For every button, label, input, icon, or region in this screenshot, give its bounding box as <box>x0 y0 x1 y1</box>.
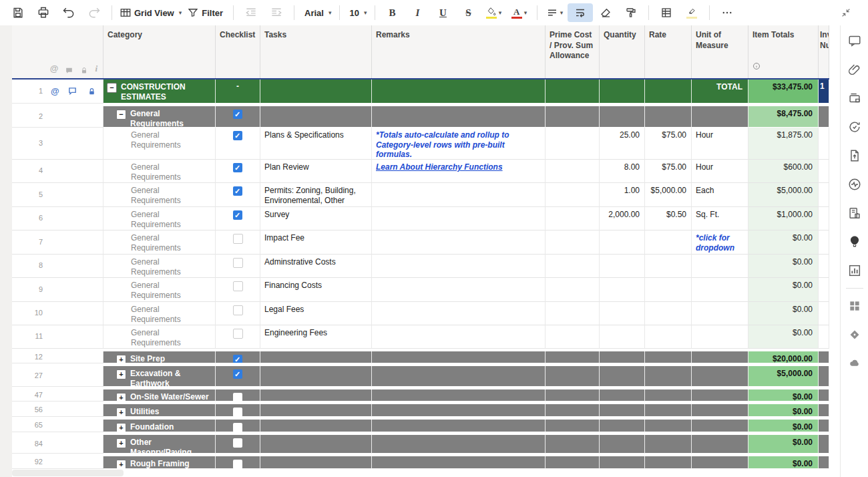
cell-unit-of-measure[interactable] <box>692 420 748 432</box>
cell-prime-cost[interactable] <box>546 456 600 469</box>
cell-tasks[interactable]: Engineering Fees <box>260 325 372 349</box>
cell-item-total[interactable]: $0.00 <box>748 255 819 278</box>
cell-rate[interactable]: $75.00 <box>645 128 692 160</box>
cell-quantity[interactable]: 1.00 <box>600 183 645 207</box>
cell-invoice-number[interactable] <box>819 389 829 402</box>
summary-button[interactable] <box>847 206 863 220</box>
font-color-button[interactable]: A ▾ <box>507 3 532 22</box>
cell-item-total[interactable]: $33,475.00 <box>748 80 819 104</box>
cell-invoice-number[interactable] <box>819 230 829 255</box>
cell-category[interactable]: General Requirements <box>103 278 216 302</box>
cell-checklist[interactable] <box>216 366 260 387</box>
cell-item-total[interactable]: $600.00 <box>748 160 819 183</box>
cell-rate[interactable]: $5,000.00 <box>645 183 692 207</box>
cell-rate[interactable] <box>645 456 692 469</box>
cell-remarks[interactable] <box>372 255 546 278</box>
row-number-cell[interactable]: 5 <box>12 183 103 207</box>
cell-quantity[interactable] <box>600 302 645 325</box>
cell-prime-cost[interactable] <box>546 404 600 417</box>
cell-remarks[interactable] <box>372 366 546 387</box>
cell-tasks[interactable] <box>260 351 372 363</box>
cell-item-total[interactable]: $0.00 <box>748 278 819 302</box>
cell-category[interactable]: Foundation <box>103 420 216 432</box>
cell-rate[interactable]: $0.50 <box>645 207 692 230</box>
cell-category[interactable]: General Requirements <box>103 183 216 207</box>
checkbox-checked[interactable] <box>233 163 242 172</box>
column-header-quantity[interactable]: Quantity <box>600 25 645 78</box>
cell-prime-cost[interactable] <box>546 302 600 325</box>
cell-quantity[interactable] <box>600 404 645 417</box>
undo-button[interactable] <box>56 3 81 22</box>
filter-button[interactable]: Filter <box>184 3 228 22</box>
cell-item-total[interactable]: $1,000.00 <box>748 207 819 230</box>
cell-unit-of-measure[interactable] <box>692 435 748 454</box>
cell-remarks[interactable] <box>372 325 546 349</box>
font-size-selector[interactable]: 10 ▾ <box>345 3 370 22</box>
cell-unit-of-measure[interactable]: Each <box>692 183 748 207</box>
cell-remarks[interactable] <box>372 456 546 469</box>
cell-prime-cost[interactable] <box>546 128 600 160</box>
cell-category[interactable]: Site Prep <box>103 351 216 363</box>
cell-invoice-number[interactable] <box>819 106 829 128</box>
cell-invoice-number[interactable] <box>819 302 829 325</box>
outdent-button[interactable] <box>238 3 264 22</box>
cell-remarks[interactable] <box>372 230 546 255</box>
cell-invoice-number[interactable]: 1 <box>819 80 829 104</box>
checkbox-unchecked[interactable] <box>233 438 242 448</box>
cell-rate[interactable] <box>645 255 692 278</box>
column-header-category[interactable]: Category <box>103 25 216 78</box>
cell-prime-cost[interactable] <box>546 207 600 230</box>
row-number-cell[interactable]: 3 <box>12 128 103 160</box>
cell-tasks[interactable] <box>260 420 372 432</box>
align-button[interactable]: ▾ <box>542 3 568 22</box>
cell-item-total[interactable]: $0.00 <box>748 435 819 454</box>
cell-prime-cost[interactable] <box>546 435 600 454</box>
cell-rate[interactable] <box>645 230 692 255</box>
cell-remarks[interactable] <box>372 80 546 104</box>
cell-remarks[interactable] <box>372 183 546 207</box>
collapse-toolbar-button[interactable] <box>833 3 859 22</box>
expand-icon[interactable] <box>116 355 126 363</box>
cell-category[interactable]: General Requirements <box>103 230 216 255</box>
column-header-prime-cost[interactable]: Prime Cost / Prov. Sum Allowance <box>546 25 600 78</box>
cell-quantity[interactable] <box>600 255 645 278</box>
checkbox-checked[interactable] <box>233 110 242 119</box>
cell-category[interactable]: Rough Framing <box>103 456 216 469</box>
cell-category[interactable]: Utilities <box>103 404 216 417</box>
cell-prime-cost[interactable] <box>546 278 600 302</box>
column-header-unit-of-measure[interactable]: Unit of Measure <box>692 25 748 78</box>
cell-item-total[interactable]: $0.00 <box>748 404 819 417</box>
merge-cells-button[interactable] <box>654 3 679 22</box>
cell-category[interactable]: General Requirements <box>103 106 216 128</box>
cell-prime-cost[interactable] <box>546 183 600 207</box>
column-header-tasks[interactable]: Tasks <box>260 25 372 78</box>
cell-category[interactable]: CONSTRUCTION ESTIMATES <box>103 80 216 104</box>
row-number-cell[interactable]: 6 <box>12 207 103 230</box>
cell-checklist[interactable] <box>216 255 260 278</box>
cell-checklist[interactable] <box>216 106 260 128</box>
checkbox-unchecked[interactable] <box>233 393 242 402</box>
horizontal-scrollbar-thumb[interactable] <box>12 470 124 476</box>
cell-category[interactable]: General Requirements <box>103 325 216 349</box>
cell-tasks[interactable] <box>260 106 372 128</box>
cell-quantity[interactable] <box>600 230 645 255</box>
cell-checklist[interactable] <box>216 302 260 325</box>
format-painter-button[interactable] <box>618 3 644 22</box>
cell-category[interactable]: General Requirements <box>103 302 216 325</box>
cell-invoice-number[interactable] <box>819 278 829 302</box>
info-icon[interactable] <box>752 62 814 73</box>
conversations-button[interactable] <box>847 33 863 48</box>
checkbox-checked[interactable] <box>233 355 242 363</box>
cell-tasks[interactable]: Legal Fees <box>260 302 372 325</box>
lock-column-icon[interactable] <box>80 66 88 75</box>
cell-rate[interactable] <box>645 278 692 302</box>
cell-unit-of-measure[interactable]: TOTAL <box>692 80 748 104</box>
cell-remarks[interactable] <box>372 207 546 230</box>
cell-quantity[interactable] <box>600 420 645 432</box>
highlight-changes-button[interactable] <box>679 3 704 22</box>
proofs-button[interactable] <box>847 91 863 106</box>
comment-column-icon[interactable] <box>65 66 73 75</box>
cell-tasks[interactable] <box>260 404 372 417</box>
print-button[interactable] <box>31 3 56 22</box>
cell-category[interactable]: Excavation & Earthwork <box>103 366 216 387</box>
